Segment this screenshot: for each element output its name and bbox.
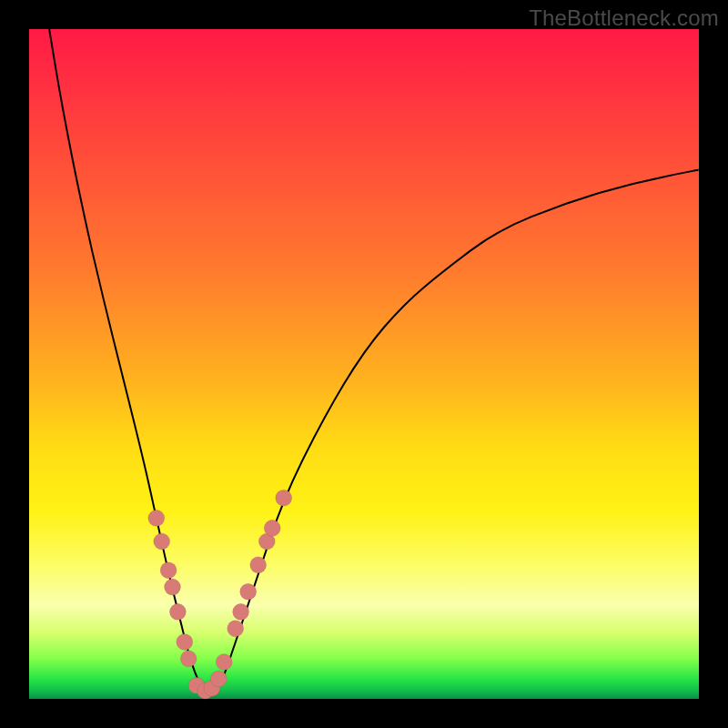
curve-marker <box>233 603 249 620</box>
curve-marker <box>228 621 244 637</box>
curve-marker <box>148 510 165 526</box>
curve-marker <box>240 583 257 600</box>
plot-area <box>29 29 699 699</box>
curve-marker <box>160 562 177 579</box>
curve-marker <box>216 654 232 671</box>
curve-marker <box>169 603 186 620</box>
curve-marker <box>250 557 267 573</box>
curve-marker <box>210 671 227 687</box>
curve-marker <box>264 520 280 536</box>
curve-marker <box>180 651 197 667</box>
curve-marker <box>165 579 181 595</box>
watermark-text: TheBottleneck.com <box>529 5 719 31</box>
curve-marker <box>154 533 170 550</box>
curve-marker <box>177 633 193 650</box>
chart-frame: TheBottleneck.com <box>0 0 728 728</box>
curve-marker <box>276 490 292 506</box>
curve-line <box>49 29 699 691</box>
chart-svg <box>29 29 699 699</box>
markers-group <box>148 490 292 699</box>
